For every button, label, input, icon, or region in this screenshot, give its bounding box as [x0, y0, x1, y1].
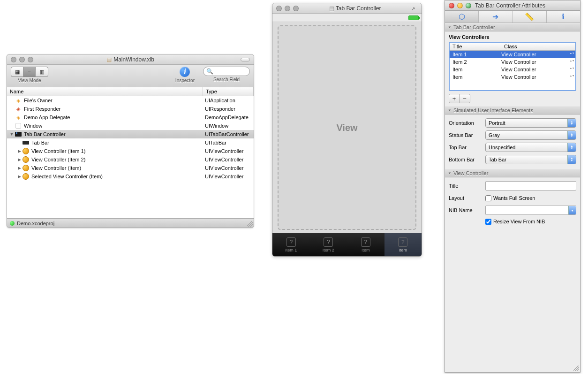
vc-table-row[interactable]: ItemView Controller▲▼ [450, 66, 575, 73]
main-window-titlebar[interactable]: ▤ MainWindow.xib [7, 54, 254, 65]
vc-row-class: View Controller [501, 67, 573, 72]
main-window-toolbar: ▦ ≡ ▥ View Mode i Inspector 🔍 Search Fie… [7, 65, 254, 87]
zoom-window-icon[interactable] [466, 3, 471, 8]
column-header-type[interactable]: Type [203, 87, 254, 96]
stepper-icon[interactable]: ▲▼ [570, 67, 574, 72]
tab-bar-item[interactable]: ?Item 1 [272, 233, 310, 256]
info-icon: ℹ [562, 12, 565, 21]
view-mode-segmented-control[interactable]: ▦ ≡ ▥ [11, 67, 48, 77]
vc-row-class: View Controller [501, 52, 573, 57]
row-type: UIViewController [203, 148, 252, 154]
outline-row[interactable]: ◈First ResponderUIResponder [7, 105, 254, 113]
row-type: UIApplication [203, 98, 252, 103]
vc-column-class[interactable]: Class [501, 43, 575, 50]
outline-row[interactable]: ▶Selected View Controller (Item)UIViewCo… [7, 172, 254, 181]
outline-row[interactable]: WindowUIWindow [7, 122, 254, 130]
minimize-window-icon[interactable] [285, 6, 290, 11]
stepper-icon[interactable]: ▲▼ [570, 74, 574, 80]
tab-placeholder-icon: ? [324, 237, 333, 247]
search-icon: 🔍 [206, 68, 213, 75]
inspector-traffic-lights [445, 3, 471, 8]
view-mode-list-button[interactable]: ≡ [23, 67, 36, 76]
add-remove-control: + − [449, 94, 470, 103]
vc-column-title[interactable]: Title [450, 43, 501, 50]
close-window-icon[interactable] [276, 6, 282, 11]
resize-view-input[interactable] [485, 219, 491, 225]
arrow-icon[interactable]: ↗ [411, 6, 418, 11]
cube-icon: ◈ [15, 114, 22, 121]
column-header-name[interactable]: Name [7, 87, 203, 96]
disclosure-triangle-icon[interactable]: ▶ [16, 174, 22, 179]
resize-view-checkbox[interactable]: Resize View From NIB [485, 219, 545, 225]
ios-status-bar [272, 14, 422, 22]
disclosure-triangle-icon[interactable]: ▶ [16, 157, 22, 162]
vc-table-row[interactable]: Item 2View Controller▲▼ [450, 58, 575, 66]
row-type: UIViewController [203, 174, 252, 179]
size-tab[interactable]: 📏 [513, 11, 547, 23]
wants-full-screen-label: Wants Full Screen [493, 195, 535, 201]
tab-bar-item[interactable]: ?Item 2 [310, 233, 347, 256]
orientation-select[interactable]: Portrait ▲▼ [485, 118, 576, 128]
outline-row[interactable]: ▶View Controller (Item 1)UIViewControlle… [7, 147, 254, 155]
stepper-icon[interactable]: ▲▼ [570, 59, 574, 65]
minimize-window-icon[interactable] [457, 3, 463, 8]
inspector-titlebar[interactable]: Tab Bar Controller Attributes [445, 0, 580, 11]
row-type: UITabBarController [203, 131, 252, 137]
wants-full-screen-checkbox[interactable]: Wants Full Screen [485, 195, 535, 201]
bottombar-select[interactable]: Tab Bar ▲▼ [485, 155, 576, 164]
connections-tab[interactable]: ➔ [479, 11, 513, 23]
view-controllers-table[interactable]: Title Class Item 1View Controller▲▼Item … [449, 42, 576, 91]
disclosure-triangle-icon[interactable]: ▼ [9, 132, 15, 137]
outline-row[interactable]: ◈File's OwnerUIApplication [7, 96, 254, 105]
outline-row[interactable]: Tab BarUITabBar [7, 138, 254, 147]
inspector-button[interactable]: i [180, 67, 190, 77]
outline-row[interactable]: ▼Tab Bar ControllerUITabBarController [7, 130, 254, 138]
row-type: UIViewController [203, 157, 252, 162]
statusbar-value: Gray [489, 132, 500, 138]
wants-full-screen-input[interactable] [485, 195, 491, 201]
zoom-window-icon[interactable] [293, 6, 299, 11]
simulator-titlebar[interactable]: ▤ Tab Bar Controller ↗ [272, 3, 422, 14]
remove-button[interactable]: − [460, 94, 470, 103]
tab-bar-item[interactable]: ?Item [384, 233, 422, 256]
topbar-select[interactable]: Unspecified ▲▼ [485, 143, 576, 152]
attributes-tab[interactable]: ⬡ [445, 11, 479, 23]
search-input[interactable]: 🔍 [203, 67, 250, 76]
section-header-sui[interactable]: ▼ Simulated User Interface Elements [445, 106, 580, 114]
disclosure-triangle-icon[interactable]: ▶ [16, 166, 22, 170]
info-icon: i [184, 68, 186, 76]
tabbar-icon [22, 139, 30, 146]
resize-grip-icon[interactable] [247, 221, 253, 227]
simulator-title: ▤ Tab Bar Controller [299, 5, 411, 12]
section-header-vc[interactable]: ▼ View Controller [445, 169, 580, 177]
toolbar-toggle-icon[interactable] [241, 58, 250, 61]
section-title-tbc: Tab Bar Controller [453, 24, 495, 30]
disclosure-triangle-icon: ▼ [448, 171, 452, 176]
outline-row[interactable]: ▶View Controller (Item)UIViewController [7, 164, 254, 172]
disclosure-triangle-icon[interactable]: ▶ [16, 149, 22, 153]
stepper-icon[interactable]: ▲▼ [570, 52, 574, 57]
section-header-tbc[interactable]: ▼ Tab Bar Controller [445, 23, 580, 31]
view-mode-icon-button[interactable]: ▦ [11, 67, 23, 76]
select-arrows-icon: ▲▼ [567, 131, 576, 139]
identity-tab[interactable]: ℹ [547, 11, 580, 23]
outline-row[interactable]: ◈Demo App DelegateDemoAppDelegate [7, 113, 254, 122]
close-window-icon[interactable] [449, 3, 454, 8]
outline-row[interactable]: ▶View Controller (Item 2)UIViewControlle… [7, 155, 254, 164]
title-input[interactable] [485, 181, 576, 191]
project-name[interactable]: Demo.xcodeproj [17, 221, 54, 226]
vc-table-row[interactable]: Item 1View Controller▲▼ [450, 51, 575, 58]
tab-bar-item[interactable]: ?Item [347, 233, 384, 256]
nib-name-combo[interactable]: ▼ [485, 206, 576, 215]
statusbar-select[interactable]: Gray ▲▼ [485, 130, 576, 140]
view-placeholder[interactable]: View [278, 25, 416, 230]
view-mode-column-button[interactable]: ▥ [36, 67, 48, 76]
section-body-tbc: View Controllers Title Class Item 1View … [445, 31, 580, 106]
resize-grip-icon[interactable] [573, 366, 579, 371]
vc-table-row[interactable]: ItemView Controller▲▼ [450, 73, 575, 81]
add-button[interactable]: + [449, 94, 460, 103]
bottombar-label: Bottom Bar [449, 157, 485, 162]
outline-view[interactable]: ◈File's OwnerUIApplication◈First Respond… [7, 96, 254, 218]
tab-label: Item [399, 248, 407, 252]
controller-icon: ▤ [329, 5, 334, 12]
